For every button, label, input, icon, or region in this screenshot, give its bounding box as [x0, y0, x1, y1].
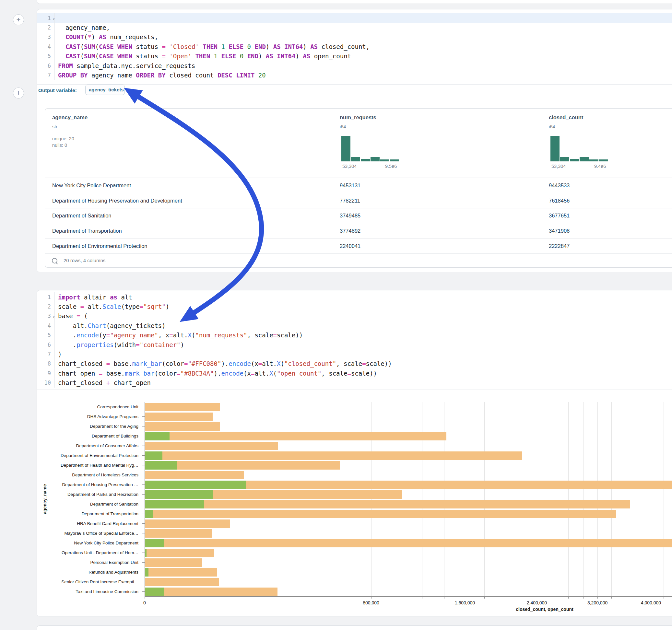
closed-count-bar [145, 432, 447, 440]
code-line[interactable]: 4 CAST(SUM(CASE WHEN status = 'Closed' T… [37, 42, 672, 51]
x-axis-tick [444, 597, 445, 599]
open-count-bar [145, 500, 204, 508]
column-type: i64 [340, 124, 346, 129]
code-text: .properties(width="container") [54, 341, 184, 348]
line-number: 2 [37, 24, 54, 31]
cell-agency-name: New York City Police Department [52, 182, 131, 188]
histogram-min-label: 53,304 [342, 164, 357, 169]
y-axis-tick [142, 514, 145, 514]
column-stat: unique: 20 [52, 136, 74, 141]
code-line[interactable]: 3∨base = ( [37, 311, 672, 321]
next-cell-edge [37, 626, 672, 630]
code-line[interactable]: 1import altair as alt [37, 292, 672, 302]
python-code-editor[interactable]: 1import altair as alt2scale = alt.Scale(… [37, 292, 672, 388]
output-variable-value: agency_tickets [89, 87, 124, 92]
gridline [398, 402, 398, 597]
code-line[interactable]: 4 alt.Chart(agency_tickets) [37, 321, 672, 330]
y-axis-label: Mayorâ€ s Office of Special Enforce… [64, 531, 138, 536]
add-cell-button[interactable]: + [13, 88, 24, 98]
cell-closed-count: 7618456 [549, 197, 570, 203]
x-axis-tick-label: 0 [143, 600, 146, 605]
divider [37, 84, 672, 84]
table-row[interactable]: Department of Housing Preservation and D… [45, 193, 672, 208]
table-row[interactable]: Department of Environmental Protection22… [45, 238, 672, 253]
y-axis-tick [142, 553, 145, 553]
code-text: FROM sample_data.nyc.service_requests [54, 62, 195, 69]
line-number: 7 [37, 351, 54, 358]
y-axis-tick [142, 504, 145, 504]
table-footer: 20 rows, 4 columns [64, 258, 105, 263]
output-variable-chip[interactable]: agency_tickets [85, 84, 125, 95]
y-axis-tick [142, 436, 145, 436]
y-axis-label: DHS Advantage Programs [87, 414, 138, 419]
closed-count-bar [145, 558, 202, 567]
closed-count-bar [145, 422, 220, 431]
y-axis-label: Operations Unit - Department of Hom… [62, 550, 138, 555]
code-line[interactable]: 5 CAST(SUM(CASE WHEN status = 'Open' THE… [37, 51, 672, 61]
gridline [258, 402, 258, 597]
sql-code-editor[interactable]: 1∨SELECT2 agency_name,3 COUNT(*) AS num_… [37, 13, 672, 80]
column-header[interactable]: num_requests [340, 114, 376, 121]
gridline [422, 402, 423, 597]
table-row[interactable]: New York City Police Department945313194… [45, 177, 672, 193]
code-line[interactable]: 2 agency_name, [37, 23, 672, 32]
closed-count-bar [145, 500, 630, 508]
gridline [503, 402, 503, 597]
code-line[interactable]: 8chart_closed = base.mark_bar(color="#FF… [37, 359, 672, 368]
line-number: 4 [37, 43, 54, 50]
cell-agency-name: Department of Transportation [52, 228, 122, 234]
closed-count-bar [145, 403, 220, 411]
gridline [520, 402, 520, 597]
y-axis-label: Department of Sanitation [90, 502, 138, 507]
gridline [625, 402, 625, 597]
code-line[interactable]: 10chart_closed + chart_open [37, 378, 672, 388]
code-line[interactable]: 9chart_open = base.mark_bar(color="#8BC3… [37, 368, 672, 378]
code-line[interactable]: 6FROM sample_data.nyc.service_requests [37, 61, 672, 70]
code-line[interactable]: 6 .properties(width="container") [37, 340, 672, 349]
column-type: i64 [549, 124, 555, 129]
code-line[interactable]: 3 COUNT(*) AS num_requests, [37, 32, 672, 42]
chart-x-axis-line [145, 596, 672, 597]
code-line[interactable]: 2scale = alt.Scale(type="sqrt") [37, 302, 672, 311]
code-text: CAST(SUM(CASE WHEN status = 'Open' THEN … [54, 52, 351, 59]
line-number: 9 [37, 370, 54, 377]
code-line[interactable]: 7GROUP BY agency_name ORDER BY closed_co… [37, 70, 672, 80]
x-axis-tick [651, 597, 651, 599]
cell-num-requests: 9453131 [340, 182, 360, 188]
open-count-bar [145, 481, 246, 489]
x-axis-tick [583, 597, 583, 599]
y-axis-tick [142, 494, 145, 494]
table-row[interactable]: Department of Sanitation37494853677651 [45, 208, 672, 223]
chart-y-labels: Correspondence UnitDHS Advantage Program… [0, 402, 142, 596]
line-number: 6 [37, 63, 54, 69]
line-number: 10 [37, 380, 54, 386]
y-axis-tick [142, 484, 145, 485]
result-table-card: agency_namestrunique: 20nulls: 0num_requ… [45, 108, 672, 268]
x-axis-tick [597, 597, 598, 599]
closed-count-bar [145, 510, 616, 518]
cell-num-requests: 2240041 [340, 243, 360, 249]
search-icon[interactable] [52, 258, 57, 264]
x-axis-tick-label: 1,600,000 [455, 600, 475, 605]
code-line[interactable]: 7) [37, 349, 672, 359]
y-axis-tick [142, 455, 145, 456]
y-axis-label: New York City Police Department [74, 540, 138, 546]
active-line-highlight [37, 13, 672, 23]
histogram-max-label: 9.4e6 [594, 164, 606, 169]
column-histogram [341, 136, 400, 162]
open-count-bar [145, 539, 164, 547]
y-axis-label: Department of Health and Mental Hyg… [61, 463, 138, 468]
previous-cell-edge [37, 0, 672, 4]
y-axis-label: Department for the Aging [90, 424, 138, 429]
gridline [568, 402, 569, 597]
y-axis-label: Department of Homeless Services [72, 472, 138, 477]
code-line[interactable]: 1∨SELECT [37, 13, 672, 23]
add-cell-button[interactable]: + [13, 14, 24, 25]
y-axis-tick [142, 543, 145, 543]
gridline [444, 402, 445, 597]
column-header[interactable]: closed_count [549, 114, 583, 121]
code-line[interactable]: 5 .encode(y="agency_name", x=alt.X("num_… [37, 331, 672, 340]
column-header[interactable]: agency_name [52, 114, 88, 121]
column-stat: nulls: 0 [52, 143, 67, 148]
table-row[interactable]: Department of Transportation377489234719… [45, 223, 672, 238]
